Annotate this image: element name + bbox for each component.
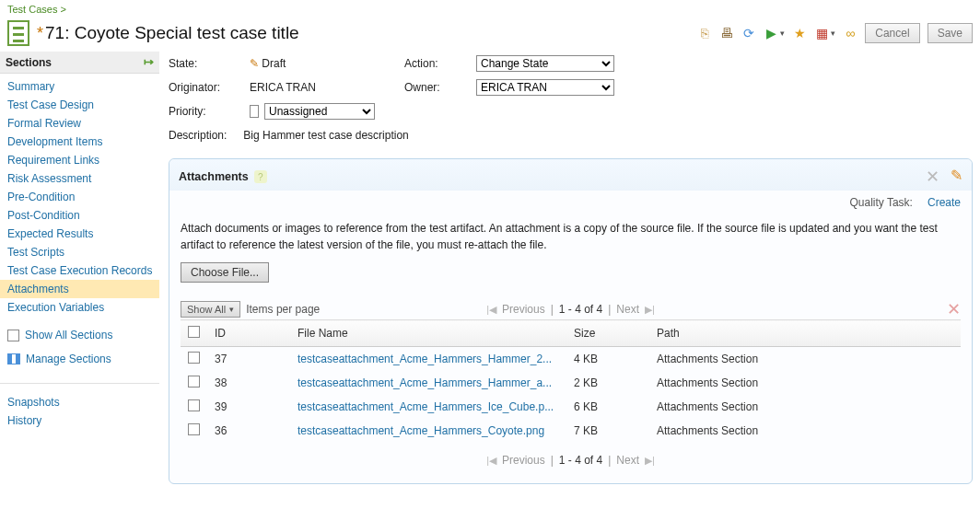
state-label: State:	[169, 57, 242, 70]
link-icon[interactable]: ∞	[843, 26, 858, 40]
sidebar-item[interactable]: Execution Variables	[7, 298, 159, 317]
cancel-button[interactable]: Cancel	[865, 23, 919, 43]
row-file-link[interactable]: testcaseattachment_Acme_Hammers_Hammer_a…	[290, 371, 566, 395]
help-icon[interactable]: ?	[254, 170, 267, 183]
row-file-link[interactable]: testcaseattachment_Acme_Hammers_Coyote.p…	[290, 419, 566, 443]
sidebar-item[interactable]: Snapshots	[7, 393, 159, 411]
sidebar-item[interactable]: Formal Review	[7, 114, 159, 133]
row-file-link[interactable]: testcaseattachment_Acme_Hammers_Hammer_2…	[290, 347, 566, 372]
copy-icon[interactable]: ⎘	[697, 26, 712, 40]
sections-icon	[7, 353, 20, 364]
first-page-icon[interactable]: |◀	[486, 304, 496, 316]
next-link[interactable]: Next	[616, 454, 639, 467]
sidebar-item[interactable]: Risk Assessment	[7, 169, 159, 188]
last-page-icon[interactable]: ▶|	[645, 455, 655, 467]
sidebar-item[interactable]: Summary	[7, 77, 159, 96]
choose-file-button[interactable]: Choose File...	[181, 262, 269, 283]
row-id: 38	[207, 371, 290, 395]
description-label: Description:	[169, 129, 227, 142]
checkbox-icon	[188, 352, 200, 364]
sidebar-item[interactable]: Pre-Condition	[7, 188, 159, 206]
save-button[interactable]: Save	[928, 23, 973, 43]
row-file-link[interactable]: testcaseattachment_Acme_Hammers_Ice_Cube…	[290, 395, 566, 419]
manage-sections[interactable]: Manage Sections	[7, 350, 159, 368]
owner-select[interactable]: ERICA TRAN	[476, 79, 614, 96]
run-menu[interactable]: ▶ ▾	[764, 26, 785, 40]
show-all-sections[interactable]: Show All Sections	[7, 326, 159, 344]
panel-body: Attach documents or images to reference …	[169, 209, 972, 483]
edit-icon[interactable]: ✎	[951, 167, 962, 187]
row-size: 4 KB	[566, 347, 649, 372]
row-path: Attachments Section	[649, 395, 933, 419]
manage-sections-label: Manage Sections	[26, 353, 111, 365]
col-size[interactable]: Size	[566, 320, 649, 347]
description-row: Description: Big Hammer test case descri…	[169, 129, 973, 142]
delete-icon[interactable]: ✕	[947, 299, 961, 319]
sidebar: Sections ↦ SummaryTest Case DesignFormal…	[0, 52, 161, 493]
sidebar-heading-label: Sections	[6, 56, 52, 69]
breadcrumb-link[interactable]: Test Cases	[7, 4, 57, 15]
next-link[interactable]: Next	[616, 303, 639, 316]
quality-task-label: Quality Task:	[849, 196, 912, 209]
row-checkbox[interactable]	[181, 395, 207, 419]
sidebar-item[interactable]: Expected Results	[7, 225, 159, 243]
sidebar-item[interactable]: Test Scripts	[7, 243, 159, 261]
refresh-icon[interactable]: ⟳	[741, 26, 756, 40]
row-checkbox[interactable]	[181, 419, 207, 443]
col-file[interactable]: File Name	[290, 320, 566, 347]
calendar-menu[interactable]: ▦ ▾	[814, 26, 835, 40]
pager-count: 1 - 4 of 4	[559, 454, 602, 467]
table-row: 39testcaseattachment_Acme_Hammers_Ice_Cu…	[181, 395, 961, 419]
priority-select[interactable]: Unassigned	[264, 103, 375, 120]
sidebar-item[interactable]: Test Case Execution Records	[7, 261, 159, 280]
create-link[interactable]: Create	[928, 196, 961, 209]
print-icon[interactable]: 🖶	[719, 26, 734, 40]
panel-subheader: Quality Task: Create	[169, 191, 972, 209]
last-page-icon[interactable]: ▶|	[645, 304, 655, 316]
state-value[interactable]: ✎ Draft	[250, 57, 397, 70]
row-id: 37	[207, 347, 290, 372]
sidebar-item[interactable]: Development Items	[7, 133, 159, 151]
table-row: 37testcaseattachment_Acme_Hammers_Hammer…	[181, 347, 961, 372]
table-row: 36testcaseattachment_Acme_Hammers_Coyote…	[181, 419, 961, 443]
description-value: Big Hammer test case description	[243, 129, 408, 142]
pager-count: 1 - 4 of 4	[559, 303, 602, 316]
pager-bottom: |◀ Previous | 1 - 4 of 4 | Next ▶|	[181, 443, 961, 470]
sidebar-heading: Sections ↦	[0, 52, 159, 74]
action-select[interactable]: Change State	[476, 55, 614, 72]
field-grid: State: ✎ Draft Action: Change State Orig…	[169, 55, 973, 120]
sidebar-list: SummaryTest Case DesignFormal ReviewDeve…	[0, 74, 159, 326]
sidebar-item[interactable]: Test Case Design	[7, 96, 159, 114]
checkbox-icon	[7, 330, 19, 341]
row-size: 6 KB	[566, 395, 649, 419]
attachments-table: ID File Name Size Path 37testcaseattachm…	[181, 319, 961, 443]
sidebar-list-2: SnapshotsHistory	[0, 389, 159, 439]
sidebar-item[interactable]: Requirement Links	[7, 151, 159, 169]
row-checkbox[interactable]	[181, 371, 207, 395]
show-all-button[interactable]: Show All ▾	[181, 301, 240, 318]
page-title: 71: Coyote Special test case title	[45, 23, 299, 43]
items-per-page-label: Items per page	[246, 303, 320, 316]
col-checkbox[interactable]	[181, 320, 207, 347]
row-path: Attachments Section	[649, 371, 933, 395]
row-id: 36	[207, 419, 290, 443]
col-path[interactable]: Path	[649, 320, 933, 347]
close-icon[interactable]: ✕	[926, 167, 939, 187]
sidebar-item[interactable]: History	[7, 411, 159, 430]
col-id[interactable]: ID	[207, 320, 290, 347]
main: State: ✎ Draft Action: Change State Orig…	[161, 52, 980, 493]
prev-link[interactable]: Previous	[502, 303, 545, 316]
row-checkbox[interactable]	[181, 347, 207, 372]
prev-link[interactable]: Previous	[502, 454, 545, 467]
sidebar-item[interactable]: Post-Condition	[7, 206, 159, 225]
priority-icon	[250, 105, 259, 118]
sidebar-item[interactable]: Attachments	[0, 280, 159, 298]
pin-icon[interactable]: ↦	[144, 55, 154, 69]
dirty-indicator: *	[37, 24, 43, 43]
originator-value: ERICA TRAN	[250, 81, 397, 94]
first-page-icon[interactable]: |◀	[486, 455, 496, 467]
checkbox-icon	[188, 399, 200, 411]
sidebar-separator	[0, 383, 159, 384]
checkbox-icon	[188, 376, 200, 388]
star-icon[interactable]: ★	[792, 26, 807, 40]
